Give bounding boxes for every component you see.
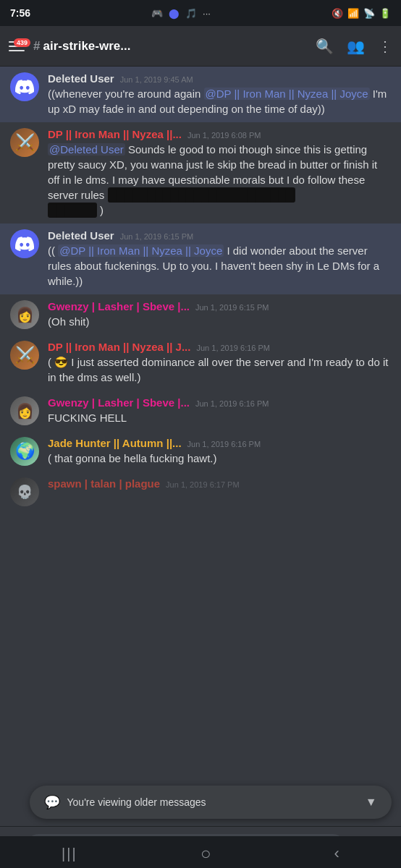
search-icon[interactable]: 🔍 bbox=[316, 38, 334, 55]
status-center-icons: 🎮 ⬤ 🎵 ··· bbox=[151, 8, 211, 19]
timestamp: Jun 1, 2019 6:16 PM bbox=[195, 399, 269, 408]
signal-icon: 📡 bbox=[363, 8, 375, 19]
status-right-icons: 🔇 📶 📡 🔋 bbox=[332, 8, 391, 19]
channel-hash: # bbox=[33, 39, 40, 53]
header-icons: 🔍 👥 ⋮ bbox=[316, 38, 392, 55]
channel-name: #air-strike-wre... bbox=[33, 39, 307, 54]
message-text: (Oh shit) bbox=[48, 314, 391, 329]
game-icon: 🎮 bbox=[151, 8, 163, 19]
message-content: Gwenzy | Lasher | Sbeve |... Jun 1, 2019… bbox=[48, 396, 391, 425]
message-text: ( that gonna be hella fucking hawt.) bbox=[48, 451, 391, 466]
message-header: DP || Iron Man || Nyzea ||... Jun 1, 201… bbox=[48, 128, 391, 140]
avatar bbox=[10, 72, 39, 101]
message-row: ⚔️ DP || Iron Man || Nyzea ||... Jun 1, … bbox=[0, 122, 401, 224]
message-row: 🌍 Jade Hunter || Autumn ||... Jun 1, 201… bbox=[0, 431, 401, 472]
username: DP || Iron Man || Nyzea ||... bbox=[48, 128, 182, 140]
message-text: ( 😎 I just asserted dominance all over t… bbox=[48, 354, 391, 385]
message-row: 👩 Gwenzy | Lasher | Sbeve |... Jun 1, 20… bbox=[0, 391, 401, 431]
chat-bubble-icon: 💬 bbox=[44, 794, 60, 810]
mention: @DP || Iron Man || Nyzea || Joyce bbox=[204, 88, 370, 100]
messages-area: Deleted User Jun 1, 2019 9:45 AM ((whene… bbox=[0, 67, 401, 868]
status-bar: 7:56 🎮 ⬤ 🎵 ··· 🔇 📶 📡 🔋 bbox=[0, 0, 401, 26]
username: Gwenzy | Lasher | Sbeve |... bbox=[48, 396, 190, 409]
message-content: spawn | talan | plague Jun 1, 2019 6:17 … bbox=[48, 477, 391, 491]
mute-icon: 🔇 bbox=[332, 8, 343, 19]
message-text: FUCKING HELL bbox=[48, 410, 391, 425]
message-header: DP || Iron Man || Nyzea || J... Jun 1, 2… bbox=[48, 341, 391, 353]
message-row: ⚔️ DP || Iron Man || Nyzea || J... Jun 1… bbox=[0, 335, 401, 391]
mention: @Deleted User bbox=[48, 143, 125, 156]
redacted-content: ████████████████████████ bbox=[108, 187, 295, 203]
message-row: Deleted User Jun 1, 2019 6:15 PM (( @DP … bbox=[0, 224, 401, 294]
message-text: ((whenever you're around again @DP || Ir… bbox=[48, 86, 391, 116]
wifi-icon: 📶 bbox=[347, 8, 359, 19]
older-messages-banner[interactable]: 💬 You're viewing older messages ▼ bbox=[30, 786, 392, 819]
avatar: 👩 bbox=[10, 396, 39, 425]
message-content: Jade Hunter || Autumn ||... Jun 1, 2019 … bbox=[48, 437, 391, 466]
older-messages-label: You're viewing older messages bbox=[67, 796, 206, 808]
message-header: Jade Hunter || Autumn ||... Jun 1, 2019 … bbox=[48, 437, 391, 449]
timestamp: Jun 1, 2019 6:15 PM bbox=[195, 303, 269, 312]
timestamp: Jun 1, 2019 6:17 PM bbox=[166, 480, 240, 489]
status-time: 7:56 bbox=[10, 7, 30, 19]
nav-circle-icon[interactable]: ○ bbox=[200, 843, 211, 864]
avatar: ⚔️ bbox=[10, 341, 39, 370]
message-content: Deleted User Jun 1, 2019 9:45 AM ((whene… bbox=[48, 72, 391, 116]
nav-back-icon[interactable]: ‹ bbox=[334, 844, 339, 863]
username: Deleted User bbox=[48, 72, 114, 85]
message-content: Gwenzy | Lasher | Sbeve |... Jun 1, 2019… bbox=[48, 300, 391, 329]
dots-icon: ··· bbox=[203, 8, 211, 19]
chevron-down-icon: ▼ bbox=[366, 796, 377, 809]
menu-button[interactable]: 439 bbox=[9, 41, 25, 51]
nav-bar: ||| ○ ‹ bbox=[0, 836, 401, 868]
avatar: 💀 bbox=[10, 477, 39, 506]
timestamp: Jun 1, 2019 9:45 AM bbox=[120, 75, 193, 84]
message-header: Deleted User Jun 1, 2019 6:15 PM bbox=[48, 229, 391, 242]
battery-icon: 🔋 bbox=[379, 8, 391, 19]
message-header: Gwenzy | Lasher | Sbeve |... Jun 1, 2019… bbox=[48, 396, 391, 409]
message-content: DP || Iron Man || Nyzea ||... Jun 1, 201… bbox=[48, 128, 391, 218]
username: spawn | talan | plague bbox=[48, 477, 160, 490]
username: Jade Hunter || Autumn ||... bbox=[48, 437, 182, 449]
nav-home-icon[interactable]: ||| bbox=[62, 846, 77, 862]
redacted-content-2: ██████ bbox=[48, 203, 97, 218]
app-container: 7:56 🎮 ⬤ 🎵 ··· 🔇 📶 📡 🔋 439 #air-strike-w… bbox=[0, 0, 401, 868]
avatar: ⚔️ bbox=[10, 128, 39, 157]
mention: @DP || Iron Man || Nyzea || Joyce bbox=[58, 244, 224, 257]
menu-line-3 bbox=[9, 50, 25, 51]
message-content: DP || Iron Man || Nyzea || J... Jun 1, 2… bbox=[48, 341, 391, 385]
username: Deleted User bbox=[48, 229, 114, 242]
timestamp: Jun 1, 2019 6:15 PM bbox=[120, 232, 194, 241]
timestamp: Jun 1, 2019 6:16 PM bbox=[187, 440, 261, 448]
username: DP || Iron Man || Nyzea || J... bbox=[48, 341, 190, 353]
avatar bbox=[10, 229, 39, 258]
channel-header: 439 #air-strike-wre... 🔍 👥 ⋮ bbox=[0, 26, 401, 67]
more-options-icon[interactable]: ⋮ bbox=[378, 38, 392, 55]
message-header: Gwenzy | Lasher | Sbeve |... Jun 1, 2019… bbox=[48, 300, 391, 312]
message-header: spawn | talan | plague Jun 1, 2019 6:17 … bbox=[48, 477, 391, 490]
message-text: @Deleted User Sounds le good to moi thou… bbox=[48, 142, 391, 218]
message-row: 👩 Gwenzy | Lasher | Sbeve |... Jun 1, 20… bbox=[0, 294, 401, 335]
timestamp: Jun 1, 2019 6:08 PM bbox=[187, 131, 261, 140]
message-row: 💀 spawn | talan | plague Jun 1, 2019 6:1… bbox=[0, 472, 401, 512]
notification-badge: 439 bbox=[14, 38, 30, 47]
message-header: Deleted User Jun 1, 2019 9:45 AM bbox=[48, 72, 391, 85]
older-messages-content: 💬 You're viewing older messages bbox=[44, 794, 206, 810]
music-icon: 🎵 bbox=[185, 8, 197, 19]
avatar: 🌍 bbox=[10, 437, 39, 466]
username: Gwenzy | Lasher | Sbeve |... bbox=[48, 300, 190, 312]
timestamp: Jun 1, 2019 6:16 PM bbox=[196, 344, 270, 352]
message-content: Deleted User Jun 1, 2019 6:15 PM (( @DP … bbox=[48, 229, 391, 289]
message-row: Deleted User Jun 1, 2019 9:45 AM ((whene… bbox=[0, 67, 401, 122]
avatar: 👩 bbox=[10, 300, 39, 329]
discord-status-icon: ⬤ bbox=[169, 8, 180, 19]
members-icon[interactable]: 👥 bbox=[347, 38, 365, 55]
message-text: (( @DP || Iron Man || Nyzea || Joyce I d… bbox=[48, 243, 391, 289]
